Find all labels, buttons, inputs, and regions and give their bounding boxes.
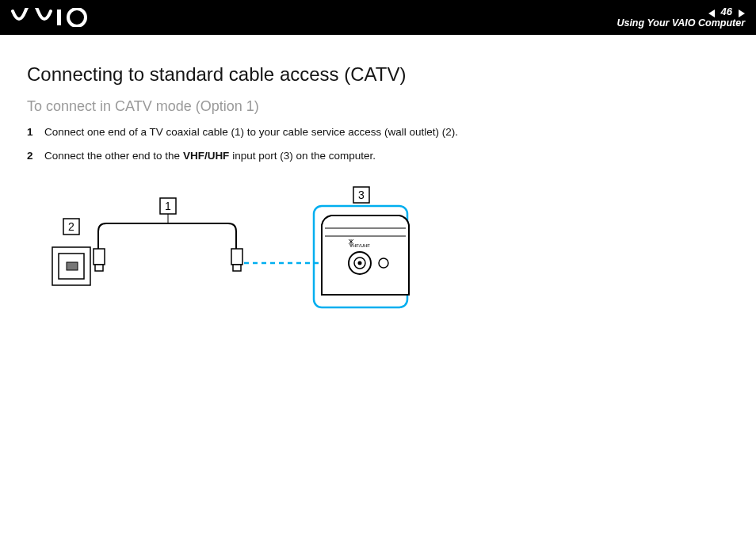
diagram-label-1: 1 <box>165 200 171 212</box>
list-item: Connect the other end to the VHF/UHF inp… <box>27 148 729 164</box>
header-bar: 46 Using Your VAIO Computer <box>0 0 756 35</box>
svg-rect-0 <box>57 10 61 25</box>
svg-rect-6 <box>67 262 78 270</box>
header-right: 46 Using Your VAIO Computer <box>617 6 745 30</box>
list-item: Connect one end of a TV coaxial cable (1… <box>27 124 729 140</box>
step-text: Connect one end of a TV coaxial cable (1… <box>44 126 458 138</box>
connection-diagram: 2 1 <box>44 184 729 322</box>
svg-rect-11 <box>233 265 241 271</box>
step-text: input port (3) on the computer. <box>229 150 376 162</box>
svg-rect-9 <box>95 265 103 271</box>
page-subheading: To connect in CATV mode (Option 1) <box>27 98 729 115</box>
section-title: Using Your VAIO Computer <box>617 17 745 29</box>
step-text: Connect the other end to the <box>44 150 183 162</box>
svg-marker-2 <box>708 10 715 17</box>
svg-rect-10 <box>231 249 242 265</box>
page-nav: 46 <box>708 6 745 18</box>
diagram-label-3: 3 <box>358 189 365 201</box>
step-bold: VHF/UHF <box>183 150 230 162</box>
svg-text:VHF/UHF: VHF/UHF <box>349 243 370 248</box>
svg-point-1 <box>68 9 86 26</box>
svg-marker-3 <box>739 10 745 17</box>
steps-list: Connect one end of a TV coaxial cable (1… <box>27 124 729 165</box>
svg-rect-8 <box>94 249 105 265</box>
vaio-logo <box>11 8 98 27</box>
page-number: 46 <box>721 6 732 18</box>
diagram-label-2: 2 <box>68 220 74 233</box>
svg-point-20 <box>379 258 388 268</box>
page-content: Connecting to standard cable access (CAT… <box>0 35 756 322</box>
page-heading: Connecting to standard cable access (CAT… <box>27 63 729 86</box>
prev-page-arrow-icon[interactable] <box>708 8 716 16</box>
svg-point-19 <box>358 261 362 265</box>
next-page-arrow-icon[interactable] <box>737 8 745 16</box>
